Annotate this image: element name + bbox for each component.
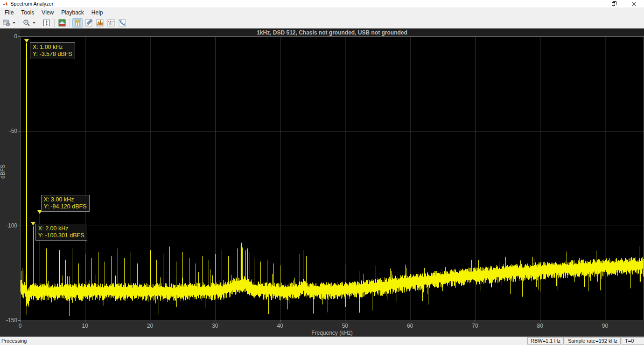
cursor-marker-label[interactable]: X: 3.00 kHzY: -94.120 dBFS <box>41 195 90 212</box>
zoom-dropdown-icon[interactable] <box>33 22 35 24</box>
print-options-icon <box>3 19 10 27</box>
x-tick-mark <box>345 320 345 322</box>
plot-axes[interactable]: X: 1.00 kHzY: -3.578 dBFSX: 2.00 kHzY: -… <box>20 36 644 320</box>
marker-y-value: Y: -94.120 dBFS <box>44 203 87 210</box>
x-tick-label: 0 <box>11 323 29 329</box>
y-tick-mark <box>18 36 20 37</box>
cursor-measurements-icon <box>74 19 81 27</box>
x-tick-mark <box>540 320 540 322</box>
x-tick-label: 30 <box>206 323 224 329</box>
x-tick-mark <box>280 320 280 322</box>
cursor-marker-triangle[interactable] <box>31 222 35 226</box>
x-tick-mark <box>605 320 605 322</box>
marker-y-value: Y: -100.301 dBFS <box>38 232 84 239</box>
matlab-app-icon <box>3 1 8 7</box>
x-tick-mark <box>215 320 215 322</box>
status-sample-rate: Sample rate=192 kHz <box>565 337 621 345</box>
x-tick-label: 80 <box>531 323 549 329</box>
menu-help[interactable]: Help <box>88 8 107 17</box>
x-tick-mark <box>150 320 150 322</box>
y-tick-label: -150 <box>0 317 17 324</box>
x-tick-label: 40 <box>271 323 289 329</box>
print-options-button[interactable] <box>1 18 12 28</box>
cursor-measurements-button[interactable] <box>72 18 83 28</box>
close-icon <box>632 2 636 6</box>
spectrum-display-button[interactable] <box>57 18 67 28</box>
spectrum-display-icon <box>58 19 66 27</box>
toolbar-separator <box>70 19 70 27</box>
status-processing: Processing <box>0 338 527 344</box>
autoscale-axes-icon <box>43 19 50 27</box>
marker-x-value: X: 3.00 kHz <box>44 196 87 203</box>
y-tick-mark <box>18 131 20 131</box>
minimize-icon <box>591 4 595 4</box>
menu-playback[interactable]: Playback <box>57 8 88 17</box>
autoscale-axes-button[interactable] <box>42 18 52 28</box>
x-tick-label: 20 <box>141 323 160 329</box>
toolbar <box>0 18 644 28</box>
plot-title: 1kHz, DSD 512, Chasis not grounded, USB … <box>257 29 407 36</box>
cursor-marker-triangle[interactable] <box>24 39 29 43</box>
x-tick-label: 50 <box>336 323 354 329</box>
spectral-measurements-button[interactable] <box>106 18 116 28</box>
peak-finder-icon <box>96 19 104 27</box>
menu-tools[interactable]: Tools <box>17 8 38 17</box>
y-axis-label: dBFS <box>0 162 6 181</box>
restore-icon <box>612 2 615 6</box>
spectrum-analyzer-window: Spectrum Analyzer File Tools View Playba… <box>0 0 644 345</box>
toolbar-separator <box>39 19 39 27</box>
x-tick-label: 10 <box>76 323 94 329</box>
x-tick-mark <box>410 320 410 322</box>
x-tick-label: 70 <box>466 323 484 329</box>
print-options-dropdown-icon[interactable] <box>13 22 15 24</box>
y-tick-label: -100 <box>0 222 17 229</box>
distortion-measurements-icon <box>85 19 92 27</box>
spectral-measurements-icon <box>107 19 115 27</box>
spectral-mask-button[interactable] <box>117 18 127 28</box>
peak-finder-button[interactable] <box>95 18 105 28</box>
minimize-button[interactable] <box>582 0 603 7</box>
menu-view[interactable]: View <box>38 8 57 17</box>
marker-x-value: X: 2.00 kHz <box>38 225 84 232</box>
x-tick-mark <box>85 320 85 322</box>
cursor-marker-label[interactable]: X: 2.00 kHzY: -100.301 dBFS <box>35 224 87 241</box>
toolbar-separator <box>54 19 55 27</box>
status-rbw: RBW=1.1 Hz <box>527 337 564 345</box>
cursor-marker-label[interactable]: X: 1.00 kHzY: -3.578 dBFS <box>30 42 75 59</box>
x-tick-label: 60 <box>401 323 420 329</box>
y-tick-label: -50 <box>0 128 17 134</box>
spectral-mask-icon <box>119 19 126 27</box>
marker-y-value: Y: -3.578 dBFS <box>33 51 72 58</box>
menu-bar: File Tools View Playback Help <box>0 7 644 18</box>
y-tick-mark <box>18 320 20 321</box>
y-tick-label: 0 <box>0 33 17 40</box>
x-tick-label: 90 <box>595 323 614 329</box>
plot-title-strip: 1kHz, DSD 512, Chasis not grounded, USB … <box>20 29 644 36</box>
marker-x-value: X: 1.00 kHz <box>33 44 72 51</box>
figure-area: 1kHz, DSD 512, Chasis not grounded, USB … <box>0 28 644 337</box>
x-tick-mark <box>20 320 21 322</box>
zoom-icon <box>23 19 30 27</box>
x-tick-mark <box>475 320 475 322</box>
zoom-tools-button[interactable] <box>21 18 32 28</box>
menu-file[interactable]: File <box>1 8 17 17</box>
window-title: Spectrum Analyzer <box>10 1 53 7</box>
close-button[interactable] <box>623 0 644 7</box>
status-bar: Processing RBW=1.1 Hz Sample rate=192 kH… <box>0 337 644 345</box>
distortion-measurements-button[interactable] <box>84 18 94 28</box>
x-axis-label: Frequency (kHz) <box>20 330 644 336</box>
title-bar[interactable]: Spectrum Analyzer <box>0 0 644 7</box>
toolbar-separator <box>19 19 19 27</box>
status-time: T=0 <box>622 337 644 345</box>
y-tick-mark <box>18 226 20 226</box>
restore-button[interactable] <box>603 0 623 7</box>
